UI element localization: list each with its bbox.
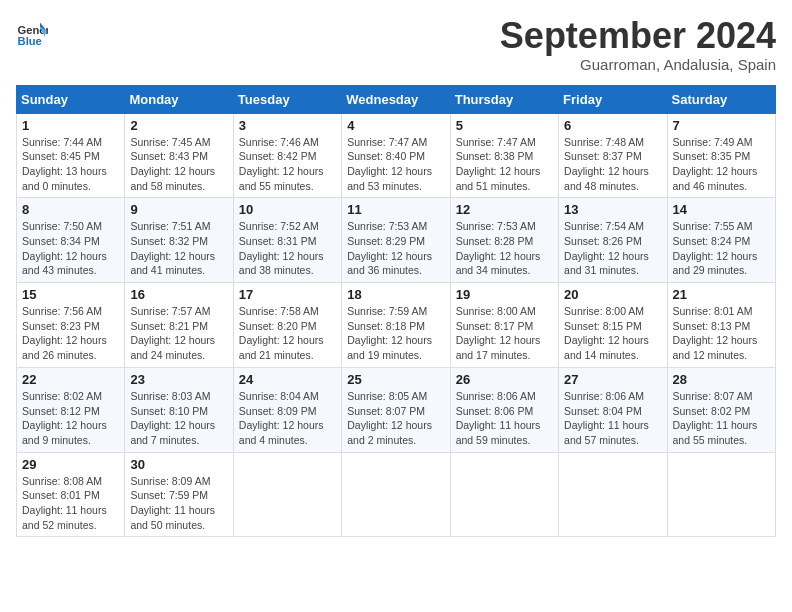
calendar-cell: 6Sunrise: 7:48 AM Sunset: 8:37 PM Daylig… (559, 113, 667, 198)
day-info: Sunrise: 8:07 AM Sunset: 8:02 PM Dayligh… (673, 389, 770, 448)
column-header-monday: Monday (125, 85, 233, 113)
calendar-week-row: 29Sunrise: 8:08 AM Sunset: 8:01 PM Dayli… (17, 452, 776, 537)
day-number: 6 (564, 118, 661, 133)
day-number: 7 (673, 118, 770, 133)
calendar-week-row: 1Sunrise: 7:44 AM Sunset: 8:45 PM Daylig… (17, 113, 776, 198)
calendar-cell: 2Sunrise: 7:45 AM Sunset: 8:43 PM Daylig… (125, 113, 233, 198)
day-number: 29 (22, 457, 119, 472)
day-info: Sunrise: 7:54 AM Sunset: 8:26 PM Dayligh… (564, 219, 661, 278)
day-number: 25 (347, 372, 444, 387)
calendar-cell: 26Sunrise: 8:06 AM Sunset: 8:06 PM Dayli… (450, 367, 558, 452)
column-header-friday: Friday (559, 85, 667, 113)
day-info: Sunrise: 7:56 AM Sunset: 8:23 PM Dayligh… (22, 304, 119, 363)
calendar-cell: 14Sunrise: 7:55 AM Sunset: 8:24 PM Dayli… (667, 198, 775, 283)
day-number: 2 (130, 118, 227, 133)
calendar-cell: 10Sunrise: 7:52 AM Sunset: 8:31 PM Dayli… (233, 198, 341, 283)
day-info: Sunrise: 8:00 AM Sunset: 8:17 PM Dayligh… (456, 304, 553, 363)
calendar-cell (559, 452, 667, 537)
calendar-cell: 21Sunrise: 8:01 AM Sunset: 8:13 PM Dayli… (667, 283, 775, 368)
day-number: 5 (456, 118, 553, 133)
day-info: Sunrise: 8:00 AM Sunset: 8:15 PM Dayligh… (564, 304, 661, 363)
calendar-cell: 12Sunrise: 7:53 AM Sunset: 8:28 PM Dayli… (450, 198, 558, 283)
day-info: Sunrise: 7:47 AM Sunset: 8:40 PM Dayligh… (347, 135, 444, 194)
day-info: Sunrise: 8:01 AM Sunset: 8:13 PM Dayligh… (673, 304, 770, 363)
calendar-table: SundayMondayTuesdayWednesdayThursdayFrid… (16, 85, 776, 538)
day-info: Sunrise: 7:50 AM Sunset: 8:34 PM Dayligh… (22, 219, 119, 278)
day-info: Sunrise: 7:59 AM Sunset: 8:18 PM Dayligh… (347, 304, 444, 363)
day-number: 4 (347, 118, 444, 133)
calendar-cell (342, 452, 450, 537)
calendar-cell: 30Sunrise: 8:09 AM Sunset: 7:59 PM Dayli… (125, 452, 233, 537)
day-info: Sunrise: 7:47 AM Sunset: 8:38 PM Dayligh… (456, 135, 553, 194)
day-number: 8 (22, 202, 119, 217)
day-number: 23 (130, 372, 227, 387)
day-info: Sunrise: 7:48 AM Sunset: 8:37 PM Dayligh… (564, 135, 661, 194)
day-number: 13 (564, 202, 661, 217)
day-info: Sunrise: 7:46 AM Sunset: 8:42 PM Dayligh… (239, 135, 336, 194)
calendar-cell: 15Sunrise: 7:56 AM Sunset: 8:23 PM Dayli… (17, 283, 125, 368)
day-info: Sunrise: 8:05 AM Sunset: 8:07 PM Dayligh… (347, 389, 444, 448)
calendar-cell: 11Sunrise: 7:53 AM Sunset: 8:29 PM Dayli… (342, 198, 450, 283)
calendar-week-row: 15Sunrise: 7:56 AM Sunset: 8:23 PM Dayli… (17, 283, 776, 368)
calendar-week-row: 8Sunrise: 7:50 AM Sunset: 8:34 PM Daylig… (17, 198, 776, 283)
calendar-cell: 24Sunrise: 8:04 AM Sunset: 8:09 PM Dayli… (233, 367, 341, 452)
day-info: Sunrise: 7:53 AM Sunset: 8:28 PM Dayligh… (456, 219, 553, 278)
day-number: 12 (456, 202, 553, 217)
day-number: 24 (239, 372, 336, 387)
day-info: Sunrise: 7:53 AM Sunset: 8:29 PM Dayligh… (347, 219, 444, 278)
column-header-saturday: Saturday (667, 85, 775, 113)
calendar-cell: 7Sunrise: 7:49 AM Sunset: 8:35 PM Daylig… (667, 113, 775, 198)
day-number: 10 (239, 202, 336, 217)
calendar-cell: 18Sunrise: 7:59 AM Sunset: 8:18 PM Dayli… (342, 283, 450, 368)
location: Guarroman, Andalusia, Spain (500, 56, 776, 73)
page-header: General Blue September 2024 Guarroman, A… (16, 16, 776, 73)
calendar-cell: 25Sunrise: 8:05 AM Sunset: 8:07 PM Dayli… (342, 367, 450, 452)
day-number: 3 (239, 118, 336, 133)
logo-icon: General Blue (16, 16, 48, 48)
day-number: 22 (22, 372, 119, 387)
calendar-cell (233, 452, 341, 537)
day-info: Sunrise: 7:57 AM Sunset: 8:21 PM Dayligh… (130, 304, 227, 363)
calendar-cell: 23Sunrise: 8:03 AM Sunset: 8:10 PM Dayli… (125, 367, 233, 452)
day-info: Sunrise: 8:06 AM Sunset: 8:06 PM Dayligh… (456, 389, 553, 448)
calendar-cell: 28Sunrise: 8:07 AM Sunset: 8:02 PM Dayli… (667, 367, 775, 452)
column-header-wednesday: Wednesday (342, 85, 450, 113)
day-number: 17 (239, 287, 336, 302)
calendar-header-row: SundayMondayTuesdayWednesdayThursdayFrid… (17, 85, 776, 113)
column-header-thursday: Thursday (450, 85, 558, 113)
day-number: 20 (564, 287, 661, 302)
day-number: 15 (22, 287, 119, 302)
calendar-cell: 27Sunrise: 8:06 AM Sunset: 8:04 PM Dayli… (559, 367, 667, 452)
day-number: 19 (456, 287, 553, 302)
column-header-sunday: Sunday (17, 85, 125, 113)
calendar-cell: 4Sunrise: 7:47 AM Sunset: 8:40 PM Daylig… (342, 113, 450, 198)
svg-text:Blue: Blue (18, 35, 42, 47)
calendar-cell: 8Sunrise: 7:50 AM Sunset: 8:34 PM Daylig… (17, 198, 125, 283)
day-number: 30 (130, 457, 227, 472)
day-info: Sunrise: 8:08 AM Sunset: 8:01 PM Dayligh… (22, 474, 119, 533)
column-header-tuesday: Tuesday (233, 85, 341, 113)
day-number: 27 (564, 372, 661, 387)
day-number: 26 (456, 372, 553, 387)
calendar-cell: 16Sunrise: 7:57 AM Sunset: 8:21 PM Dayli… (125, 283, 233, 368)
day-number: 28 (673, 372, 770, 387)
calendar-cell (667, 452, 775, 537)
day-number: 14 (673, 202, 770, 217)
day-number: 18 (347, 287, 444, 302)
month-title: September 2024 (500, 16, 776, 56)
calendar-cell: 17Sunrise: 7:58 AM Sunset: 8:20 PM Dayli… (233, 283, 341, 368)
day-info: Sunrise: 7:51 AM Sunset: 8:32 PM Dayligh… (130, 219, 227, 278)
day-info: Sunrise: 8:04 AM Sunset: 8:09 PM Dayligh… (239, 389, 336, 448)
calendar-cell: 29Sunrise: 8:08 AM Sunset: 8:01 PM Dayli… (17, 452, 125, 537)
day-number: 21 (673, 287, 770, 302)
day-info: Sunrise: 7:45 AM Sunset: 8:43 PM Dayligh… (130, 135, 227, 194)
day-info: Sunrise: 7:44 AM Sunset: 8:45 PM Dayligh… (22, 135, 119, 194)
calendar-cell: 1Sunrise: 7:44 AM Sunset: 8:45 PM Daylig… (17, 113, 125, 198)
day-info: Sunrise: 8:09 AM Sunset: 7:59 PM Dayligh… (130, 474, 227, 533)
calendar-cell: 20Sunrise: 8:00 AM Sunset: 8:15 PM Dayli… (559, 283, 667, 368)
title-section: September 2024 Guarroman, Andalusia, Spa… (500, 16, 776, 73)
calendar-cell: 22Sunrise: 8:02 AM Sunset: 8:12 PM Dayli… (17, 367, 125, 452)
calendar-cell: 13Sunrise: 7:54 AM Sunset: 8:26 PM Dayli… (559, 198, 667, 283)
calendar-cell (450, 452, 558, 537)
day-info: Sunrise: 7:52 AM Sunset: 8:31 PM Dayligh… (239, 219, 336, 278)
